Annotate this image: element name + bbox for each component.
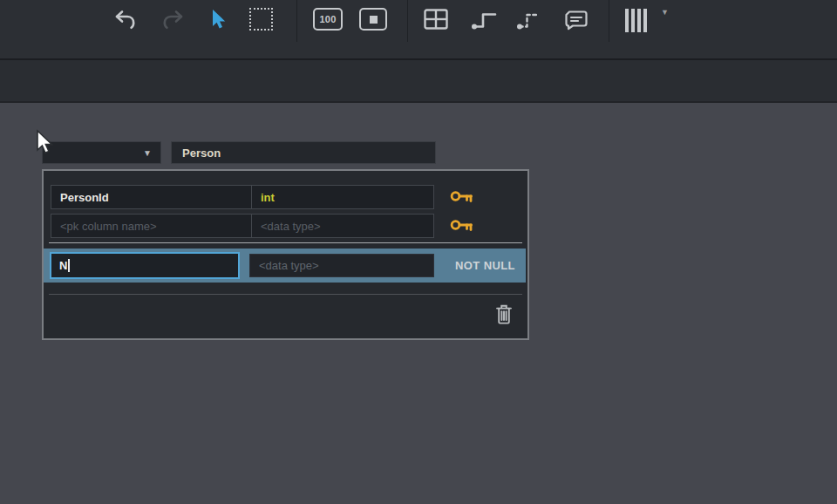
zoom-fit-button[interactable]	[359, 8, 387, 31]
undo-button[interactable]	[113, 8, 138, 32]
new-column-type-placeholder: <data type>	[259, 259, 319, 272]
secondary-bar	[0, 60, 837, 101]
primary-key-toggle[interactable]	[450, 187, 473, 208]
app-window: 100	[0, 0, 837, 504]
key-icon	[450, 216, 473, 234]
toolbar-separator	[296, 0, 297, 42]
new-column-name-input[interactable]: N	[50, 252, 240, 279]
not-null-toggle[interactable]: NOT NULL	[445, 249, 526, 283]
pk-section-divider	[49, 242, 522, 243]
marquee-select-button[interactable]	[249, 8, 273, 31]
pk-column-name-placeholder: <pk column name>	[60, 220, 157, 233]
toolbar-separator	[407, 0, 408, 42]
dropdown-caret-icon: ▼	[143, 148, 152, 158]
pk-column-name-field[interactable]: <pk column name>	[51, 214, 253, 238]
table-editor-panel: PersonId int <pk column name> <data type…	[42, 169, 529, 340]
pk-column-type-field[interactable]: <data type>	[251, 214, 434, 238]
footer-divider	[49, 294, 522, 295]
trash-icon	[493, 303, 514, 326]
zoom-100-icon: 100	[313, 8, 343, 31]
undo-icon	[113, 8, 138, 32]
dashed-relationship-icon	[514, 8, 542, 32]
redo-button[interactable]	[160, 8, 185, 32]
pointer-tool-button[interactable]	[208, 8, 228, 32]
toolbar-separator	[609, 0, 609, 42]
column-name-field[interactable]: PersonId	[51, 185, 253, 209]
delete-table-button[interactable]	[493, 303, 514, 329]
column-type-value: int	[261, 191, 275, 204]
columns-icon	[625, 8, 647, 32]
columns-view-button[interactable]	[625, 8, 647, 32]
pointer-icon	[208, 8, 228, 32]
add-dashed-relationship-button[interactable]	[514, 8, 542, 32]
zoom-100-button[interactable]: 100	[313, 8, 343, 31]
table-name-field[interactable]: Person	[171, 141, 436, 164]
table-icon	[423, 8, 449, 31]
pk-column-type-placeholder: <data type>	[261, 220, 321, 233]
new-column-name-value: N	[59, 259, 67, 272]
key-icon	[450, 187, 473, 205]
note-icon	[562, 8, 590, 32]
relationship-icon	[469, 8, 499, 32]
marquee-icon	[249, 8, 273, 31]
chevron-down-icon: ▼	[661, 8, 669, 17]
new-column-type-field[interactable]: <data type>	[249, 254, 434, 277]
schema-dropdown[interactable]: ▼	[42, 141, 161, 164]
primary-key-toggle[interactable]	[450, 216, 473, 236]
add-relationship-button[interactable]	[469, 8, 499, 32]
add-note-button[interactable]	[562, 8, 590, 32]
redo-icon	[160, 8, 185, 32]
column-type-field[interactable]: int	[251, 185, 434, 209]
add-table-button[interactable]	[423, 8, 449, 31]
table-name-value: Person	[182, 146, 221, 160]
new-column-row[interactable]: N <data type> NOT NULL	[44, 249, 526, 283]
text-caret	[68, 259, 70, 272]
columns-view-dropdown-button[interactable]: ▼	[661, 8, 669, 17]
column-name-value: PersonId	[60, 191, 109, 204]
main-toolbar: 100	[0, 0, 837, 58]
zoom-fit-icon	[359, 8, 387, 31]
